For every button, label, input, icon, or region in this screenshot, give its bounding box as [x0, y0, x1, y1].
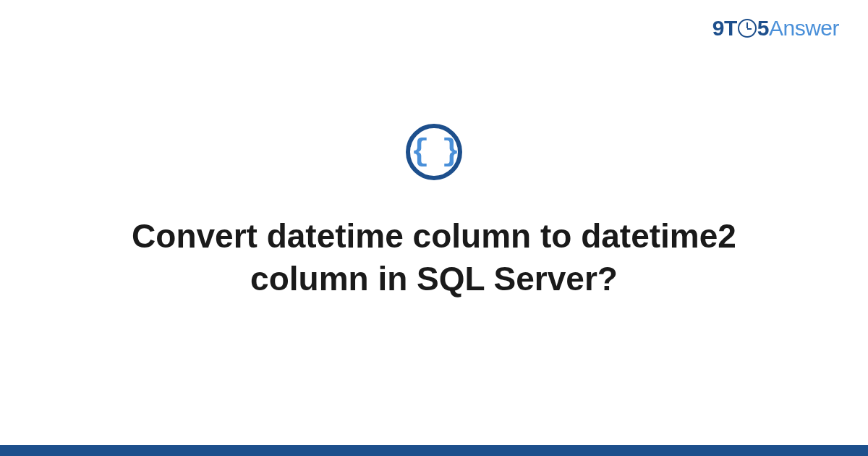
category-icon: { } [406, 124, 462, 180]
page-title: Convert datetime column to datetime2 col… [72, 215, 796, 300]
code-braces-icon: { } [411, 137, 457, 167]
footer-bar [0, 445, 868, 456]
main-content: { } Convert datetime column to datetime2… [0, 0, 868, 445]
